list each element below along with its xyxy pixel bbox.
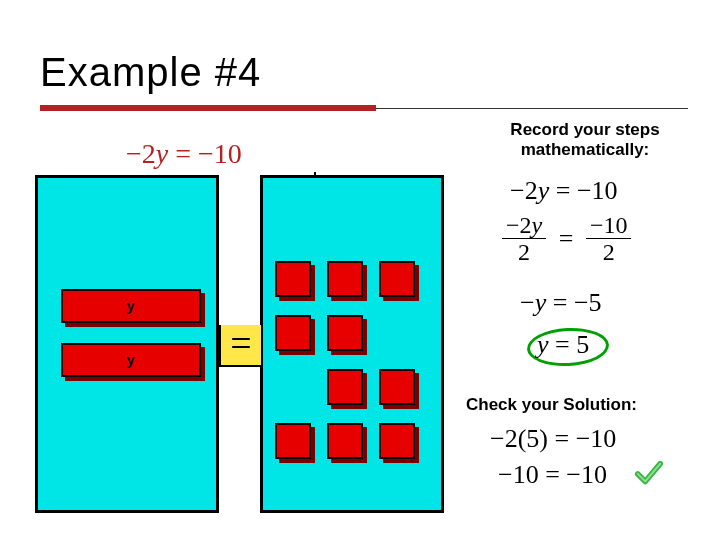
unit-tile	[327, 315, 363, 351]
unit-tile	[327, 423, 363, 459]
check-line-2: −10 = −10	[498, 460, 607, 490]
step-4-answer: y = 5	[537, 330, 589, 360]
check-icon	[634, 458, 664, 488]
unit-tile	[275, 315, 311, 351]
unit-tile	[379, 423, 415, 459]
unit-tile	[327, 261, 363, 297]
y-tile: y	[61, 289, 201, 323]
y-tile: y	[61, 343, 201, 377]
unit-tile	[379, 369, 415, 405]
unit-tile	[379, 261, 415, 297]
title-underline-thin	[376, 108, 688, 109]
check-line-1: −2(5) = −10	[490, 424, 616, 454]
model-equation: −2y = −10	[126, 138, 242, 170]
equals-tile: =	[219, 325, 261, 367]
step-3: −y = −5	[520, 288, 602, 318]
title-underline	[40, 105, 376, 111]
step-1: −2y = −10	[510, 176, 618, 206]
step-2: −2y2 = −102	[502, 212, 631, 265]
unit-tile	[327, 369, 363, 405]
slide: Example #4 −2y = −10 Record your steps m…	[0, 0, 720, 540]
unit-tile	[275, 423, 311, 459]
unit-tile	[275, 261, 311, 297]
record-steps-label: Record your steps mathematically:	[475, 120, 695, 159]
check-solution-label: Check your Solution:	[466, 395, 696, 415]
slide-title: Example #4	[40, 50, 261, 95]
tile-model: = y y	[35, 175, 441, 511]
